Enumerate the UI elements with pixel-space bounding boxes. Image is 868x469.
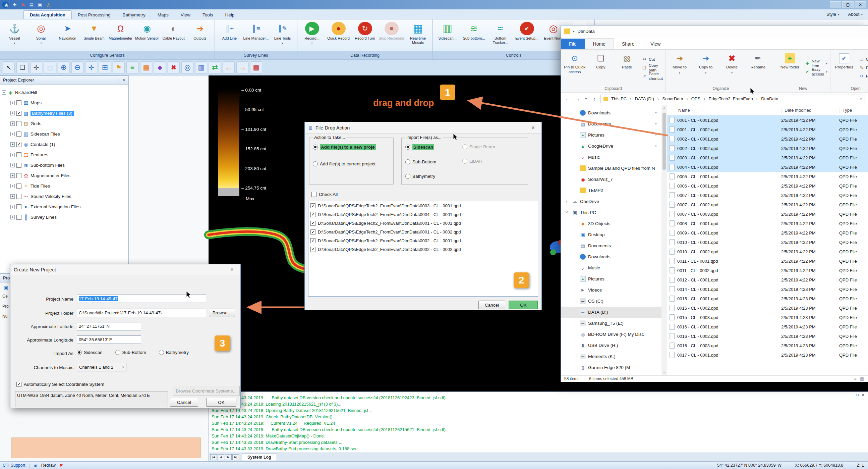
file-row[interactable]: 0007 - CL - 0003.qpd 2/5/2019 4:22 PM QP… [667,209,868,219]
explorer-nav-item[interactable]: ▬ DATA (D:) ✦ [561,306,661,318]
explorer-ribbon-button[interactable]: ✚ New item ▾ [805,60,828,67]
explorer-nav-item[interactable]: ▮ USB Drive (H:) ✦ [561,340,661,351]
levels-tool-icon[interactable]: ▥ [195,61,207,74]
expand-icon[interactable]: + [10,100,15,105]
file-row[interactable]: 0012 - CL - 0001.qpd 2/5/2019 4:22 PM QP… [667,275,868,285]
explorer-nav-item[interactable]: Sample DB and QPD files from N ✦ [561,163,661,174]
browse-coordinate-systems-button[interactable]: Browse Coordinate Systems... [173,386,240,396]
latitude-field[interactable]: 24° 27.11751' N [77,322,141,330]
tree-item[interactable]: + ➤ External Navigation Files [10,202,127,212]
column-header[interactable]: Name [678,108,781,113]
explorer-ribbon-button[interactable]: ✖ Delete ▾ [719,50,745,85]
tree-item[interactable]: + ▥ Sidescan Files [10,129,127,139]
pin-panel-icon[interactable]: ⊡ [117,78,120,82]
ribbon-button[interactable]: ▼ Single Beam ▾ [81,21,107,51]
recent-locations-icon[interactable]: ▾ [584,97,588,100]
prev-tab-icon[interactable]: ◀ [218,454,224,460]
project-folder-field[interactable]: C:\SonarWiz-Projects\17-Feb-19 14-49-47\ [77,309,206,317]
tree-checkbox[interactable] [17,152,22,157]
explorer-ribbon-button[interactable]: ⊙ Pin to Quick access ▾ [562,50,588,85]
explorer-ribbon-button[interactable]: ➔ Move to ▾ [666,50,693,85]
ribbon-button[interactable]: ║+ Add Line ▾ [217,21,242,51]
menu-button[interactable]: Style ▾ [827,12,839,17]
auto-coordinate-option[interactable]: Automatically Select Coordinate System [17,382,104,387]
expander-icon[interactable]: › [566,199,569,204]
close-button[interactable]: ✕ [855,1,866,8]
explorer-nav-item[interactable]: ▬ OS (C:) ✦ [561,296,661,306]
file-row[interactable]: 0004 - CL - 0001.qpd 2/5/2019 4:22 PM QP… [667,163,868,172]
save-icon[interactable]: ▣ [3,285,9,290]
ribbon-button[interactable]: ➔ Outputs ▾ [187,21,213,51]
copy-tool-icon[interactable]: ❏ [17,61,29,74]
file-row[interactable]: 0010 - CL - 0001.qpd 2/5/2019 4:22 PM QP… [667,237,868,247]
scroll-up-icon[interactable]: ˄ [663,105,665,111]
explorer-nav-item[interactable]: ↓ Downloads ✦ [561,251,661,262]
file-row[interactable]: 0010 - CL - 0002.qpd 2/5/2019 4:22 PM QP… [667,247,868,256]
tree-item[interactable]: + ◎ Contacts (1) [10,139,127,150]
expand-icon[interactable]: + [10,121,15,126]
file-row[interactable]: 0006 - CL - 0001.qpd 2/5/2019 4:22 PM QP… [667,181,868,190]
column-header[interactable]: Type [839,108,868,113]
drop-file-row[interactable]: D:\SonarData\QPS\EdgeTech2_FromEvan\DtmD… [308,201,538,210]
menu-button[interactable]: About ▾ [848,12,863,17]
explorer-ribbon-button[interactable]: ✔ Properties ▾ [831,50,857,85]
menu-tab[interactable]: Post Processing [72,11,117,19]
exchange-tool-icon[interactable]: ⇄ [209,61,221,74]
radio-icon[interactable] [313,145,318,150]
explorer-nav-item[interactable]: ♪ Music ✦ [561,152,661,163]
ribbon-button[interactable]: ● Quick Record ▾ [326,21,351,51]
tree-item[interactable]: + ≈ Tide Files [10,181,127,191]
expand-icon[interactable]: + [10,173,15,178]
ribbon-button[interactable]: ║≡ Line Manager... ▾ [243,21,269,51]
tree-checkbox[interactable] [17,121,22,126]
minimize-button[interactable]: – [830,1,841,8]
explorer-nav-item[interactable]: ▬ Elements (K:) ✦ [561,351,661,362]
expand-icon[interactable]: + [10,153,15,157]
menu-tab[interactable]: Bathymetry [117,11,152,19]
scroll-down-icon[interactable]: ˅ [663,370,665,375]
last-tab-icon[interactable]: ▶| [232,454,239,460]
tab-system-log[interactable]: System Log [242,453,277,461]
longitude-field[interactable]: 054° 35.65813' E [77,335,141,344]
explorer-ribbon-button[interactable]: ↗ Paste shortcut ▾ [642,72,663,80]
file-row[interactable]: 0002 - CL - 0001.qpd 2/5/2019 4:22 PM QP… [667,134,868,144]
explorer-ribbon-button[interactable]: ❏ Open ▾ [859,56,868,63]
menu-tab[interactable]: Data Acquisition [24,10,72,19]
file-row[interactable]: 0011 - CL - 0002.qpd 2/5/2019 4:22 PM QP… [667,266,868,275]
explorer-nav-item[interactable]: ♪ Music ✦ [561,262,661,273]
explorer-nav-item[interactable]: ◉ SonarWiz_7 ✦ [561,174,661,185]
report-tool-icon[interactable]: ▤ [250,61,262,74]
file-row[interactable]: 0007 - CL - 0002.qpd 2/5/2019 4:22 PM QP… [667,200,868,209]
explorer-nav-item[interactable]: ▯ Garmin Edge 820 (M ✦ [561,362,661,373]
list-view-icon[interactable]: ≡ [853,376,858,381]
import-radio-option[interactable]: Bathymetry [405,174,459,179]
explorer-nav-item[interactable]: ▶ Videos ✦ [561,285,661,296]
ribbon-button[interactable]: ➤ Navigation ▾ [55,21,81,51]
file-row[interactable]: 0005 - CL - 0001.qpd 2/5/2019 4:22 PM QP… [667,172,868,181]
ribbon-button[interactable]: ◎ Sonar ▾ [28,21,54,51]
action-radio-option[interactable]: Add file(s) to current project. [313,162,393,167]
file-row[interactable]: 0015 - CL - 0003.qpd 2/5/2019 4:23 PM QP… [667,313,868,322]
menu-tab[interactable]: Help [219,11,240,19]
browse-button[interactable]: Browse... [209,309,235,317]
ribbon-button[interactable]: ↻ Record Turn ▾ [352,21,378,51]
explorer-nav-item[interactable]: ▬ Samsung_T5 (E:) ✦ [561,318,661,329]
close-panel-icon[interactable]: ✕ [122,78,125,82]
expand-icon[interactable]: + [10,194,15,199]
radio-icon[interactable] [159,350,164,355]
breadcrumb-item[interactable]: EdgeTech2_FromEvan [709,96,762,101]
menu-tab[interactable]: Maps [152,11,175,19]
import-radio-option[interactable]: LiDAR [462,159,516,164]
expand-icon[interactable]: + [10,132,15,136]
qat-icon-1[interactable]: ✚ [10,1,17,8]
drop-file-row[interactable]: D:\SonarData\QPS\EdgeTech2_FromEvan\DtmD… [308,228,538,236]
address-bar[interactable]: This PCDATA (D:)SonarDataQPSEdgeTech2_Fr… [600,95,865,103]
qat-icon-5[interactable]: ◎ [44,1,51,8]
explorer-nav-item[interactable]: ▲ Pictures ✦ [561,273,661,285]
expand-icon[interactable]: + [10,163,15,168]
app-menu-icon[interactable]: ◉ [2,1,9,8]
check-all-option[interactable]: Check All [311,192,338,197]
drop-file-list[interactable]: D:\SonarData\QPS\EdgeTech2_FromEvan\DtmD… [308,201,538,297]
tree-checkbox[interactable] [17,163,22,168]
drop-file-row[interactable]: D:\SonarData\QPS\EdgeTech2_FromEvan\DtmD… [308,219,538,228]
